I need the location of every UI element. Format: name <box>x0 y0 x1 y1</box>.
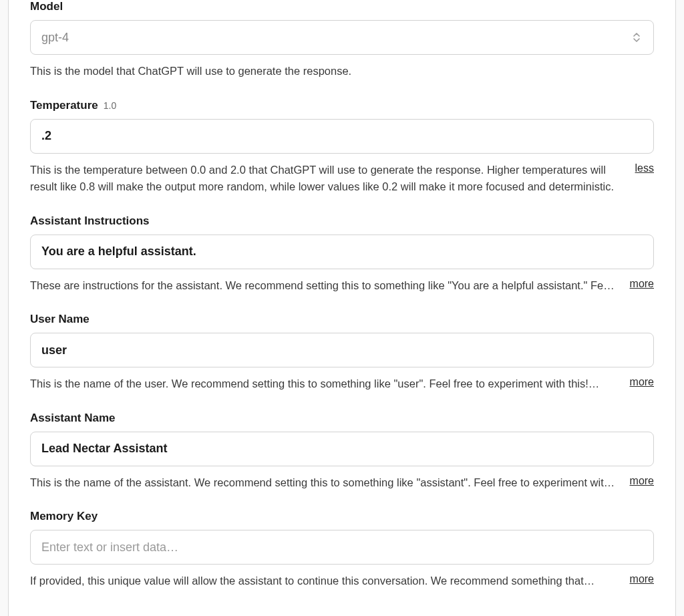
field-user-name: User Name This is the name of the user. … <box>30 313 654 393</box>
help-row: This is the name of the assistant. We re… <box>30 474 654 492</box>
temperature-label: Temperature <box>30 99 98 112</box>
field-assistant-name: Assistant Name This is the name of the a… <box>30 412 654 492</box>
help-row: This is the model that ChatGPT will use … <box>30 63 654 80</box>
user-name-input-wrapper <box>30 333 654 367</box>
assistant-name-input-wrapper <box>30 432 654 466</box>
field-label-row: Assistant Instructions <box>30 214 654 228</box>
temperature-input[interactable] <box>41 129 643 143</box>
memory-key-input[interactable] <box>41 541 643 555</box>
field-label-row: Temperature 1.0 <box>30 99 654 112</box>
temperature-help-text: This is the temperature between 0.0 and … <box>30 162 625 196</box>
memory-key-help-text: If provided, this unique value will allo… <box>30 573 619 590</box>
field-assistant-instructions: Assistant Instructions These are instruc… <box>30 214 654 295</box>
assistant-instructions-help-text: These are instructions for the assistant… <box>30 277 619 295</box>
field-model: Model gpt-4 This is the model that ChatG… <box>30 0 654 80</box>
field-memory-key: Memory Key If provided, this unique valu… <box>30 510 654 590</box>
assistant-instructions-input-wrapper <box>30 235 654 269</box>
help-row: This is the name of the user. We recomme… <box>30 375 654 393</box>
help-row: These are instructions for the assistant… <box>30 277 654 295</box>
field-label-row: Model <box>30 0 654 13</box>
temperature-input-wrapper <box>30 119 654 154</box>
settings-panel: Model gpt-4 This is the model that ChatG… <box>8 0 676 616</box>
model-select[interactable]: gpt-4 <box>30 20 654 55</box>
user-name-input[interactable] <box>41 343 643 357</box>
memory-key-input-wrapper <box>30 530 654 565</box>
memory-key-label: Memory Key <box>30 510 98 523</box>
chevron-up-down-icon <box>631 29 643 45</box>
user-name-label: User Name <box>30 313 90 326</box>
assistant-instructions-help-toggle[interactable]: more <box>630 277 654 290</box>
assistant-name-input[interactable] <box>41 442 643 456</box>
user-name-help-text: This is the name of the user. We recomme… <box>30 375 619 393</box>
field-label-row: User Name <box>30 313 654 326</box>
field-temperature: Temperature 1.0 This is the temperature … <box>30 99 654 196</box>
field-label-row: Memory Key <box>30 510 654 523</box>
assistant-name-help-toggle[interactable]: more <box>630 474 654 487</box>
assistant-instructions-label: Assistant Instructions <box>30 214 150 228</box>
help-row: If provided, this unique value will allo… <box>30 573 654 590</box>
temperature-default-suffix: 1.0 <box>104 100 116 111</box>
model-select-value: gpt-4 <box>41 31 631 45</box>
user-name-help-toggle[interactable]: more <box>630 375 654 388</box>
assistant-name-help-text: This is the name of the assistant. We re… <box>30 474 619 492</box>
memory-key-help-toggle[interactable]: more <box>630 573 654 585</box>
model-label: Model <box>30 0 63 13</box>
model-help-text: This is the model that ChatGPT will use … <box>30 63 654 80</box>
help-row: This is the temperature between 0.0 and … <box>30 162 654 196</box>
temperature-help-toggle[interactable]: less <box>635 162 654 174</box>
assistant-instructions-input[interactable] <box>41 245 643 259</box>
assistant-name-label: Assistant Name <box>30 412 116 425</box>
field-label-row: Assistant Name <box>30 412 654 425</box>
